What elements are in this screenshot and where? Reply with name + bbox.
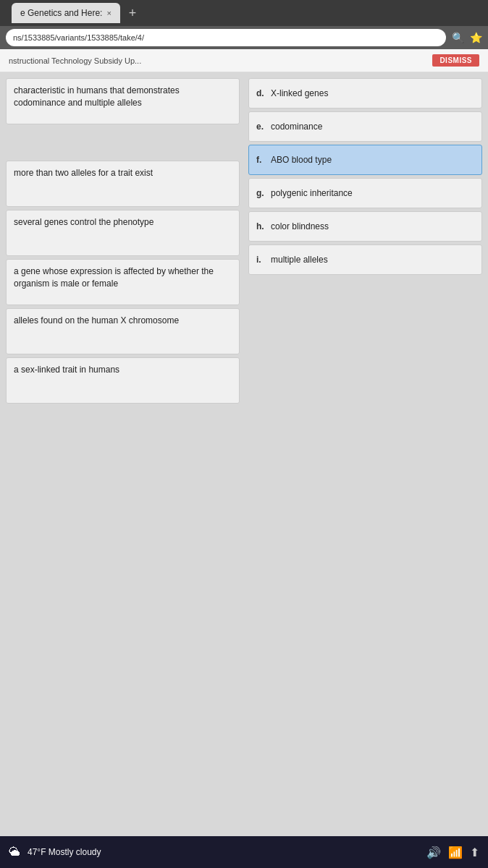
definition-text-3: several genes control the phenotype <box>14 216 153 229</box>
definition-text-6: a sex-linked trait in humans <box>14 364 119 376</box>
definition-text-2: more than two alleles for a trait exist <box>14 167 153 179</box>
taskbar-weather: 🌥 47°F Mostly cloudy <box>9 846 101 859</box>
answer-letter-i: i. <box>256 255 266 265</box>
answer-letter-h: h. <box>256 221 266 231</box>
banner-text: nstructional Technology Subsidy Up... <box>9 56 425 65</box>
answer-letter-f: f. <box>256 155 266 165</box>
answer-card-h[interactable]: h. color blindness <box>248 211 482 242</box>
answer-letter-d: d. <box>256 88 266 98</box>
volume-icon[interactable]: 🔊 <box>426 846 441 859</box>
weather-text: 47°F Mostly cloudy <box>28 847 101 857</box>
taskbar-system-icons: 🔊 📶 ⬆ <box>426 846 479 859</box>
definition-card-3[interactable]: several genes control the phenotype <box>6 210 240 256</box>
definitions-column: characteristic in humans that demonstrat… <box>6 78 244 404</box>
browser-tab[interactable]: e Genetics and Here: × <box>12 3 120 23</box>
new-tab-button[interactable]: + <box>125 6 141 21</box>
definition-card-5[interactable]: alleles found on the human X chromosome <box>6 308 240 354</box>
address-input[interactable]: ns/1533885/variants/1533885/take/4/ <box>6 29 446 46</box>
matching-grid: characteristic in humans that demonstrat… <box>0 78 488 404</box>
definition-text-4: a gene whose expression is affected by w… <box>14 265 232 290</box>
network-icon[interactable]: 📶 <box>448 846 463 859</box>
definition-card-4[interactable]: a gene whose expression is affected by w… <box>6 259 240 305</box>
answer-text-d: X-linked genes <box>271 88 328 98</box>
answer-letter-g: g. <box>256 188 266 198</box>
upload-icon[interactable]: ⬆ <box>470 846 479 859</box>
star-icon[interactable]: ⭐ <box>470 32 482 43</box>
main-content: characteristic in humans that demonstrat… <box>0 72 488 868</box>
tab-title: e Genetics and Here: <box>20 8 102 18</box>
answer-text-f: ABO blood type <box>271 155 332 165</box>
taskbar: 🌥 47°F Mostly cloudy 🔊 📶 ⬆ <box>0 836 488 868</box>
definition-text-1: characteristic in humans that demonstrat… <box>14 85 232 109</box>
answer-card-e[interactable]: e. codominance <box>248 111 482 142</box>
answer-text-i: multiple alleles <box>271 255 328 265</box>
answer-card-f[interactable]: f. ABO blood type <box>248 145 482 175</box>
answer-card-d[interactable]: d. X-linked genes <box>248 78 482 109</box>
spacer-1 <box>6 127 240 158</box>
browser-icons: 🔍 ⭐ <box>452 32 482 43</box>
answer-card-g[interactable]: g. polygenic inheritance <box>248 178 482 208</box>
address-bar: ns/1533885/variants/1533885/take/4/ 🔍 ⭐ <box>0 26 488 49</box>
answer-text-g: polygenic inheritance <box>271 188 353 198</box>
definition-text-5: alleles found on the human X chromosome <box>14 315 179 327</box>
definition-card-1[interactable]: characteristic in humans that demonstrat… <box>6 78 240 124</box>
answer-letter-e: e. <box>256 122 266 132</box>
browser-chrome: e Genetics and Here: × + <box>0 0 488 26</box>
dismiss-button[interactable]: DISMISS <box>432 54 479 67</box>
search-icon[interactable]: 🔍 <box>452 32 464 43</box>
definition-card-6[interactable]: a sex-linked trait in humans <box>6 357 240 404</box>
tab-close-button[interactable]: × <box>106 9 111 17</box>
answer-text-h: color blindness <box>271 221 329 231</box>
dismiss-banner: nstructional Technology Subsidy Up... DI… <box>0 49 488 72</box>
answer-card-i[interactable]: i. multiple alleles <box>248 244 482 275</box>
address-text: ns/1533885/variants/1533885/take/4/ <box>13 33 144 42</box>
answer-text-e: codominance <box>271 122 322 132</box>
definition-card-2[interactable]: more than two alleles for a trait exist <box>6 161 240 207</box>
answers-column: d. X-linked genes e. codominance f. ABO … <box>244 78 482 404</box>
weather-icon: 🌥 <box>9 846 20 859</box>
